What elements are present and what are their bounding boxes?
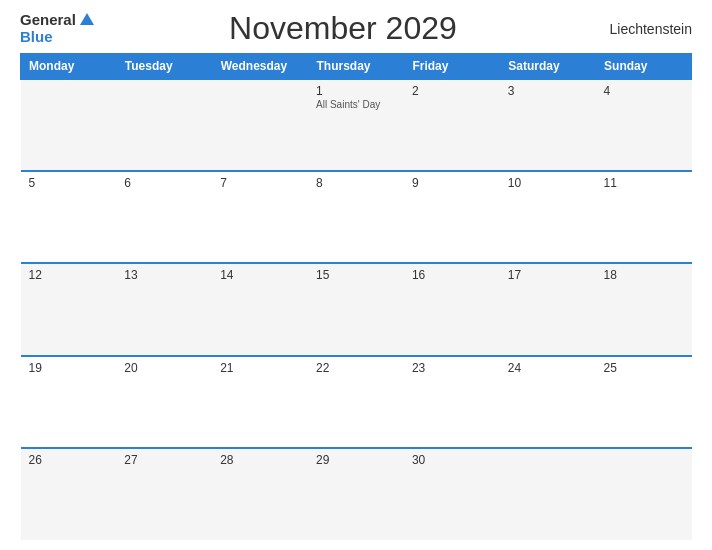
calendar-cell: 16 (404, 263, 500, 355)
day-number: 6 (124, 176, 204, 190)
logo-triangle-icon (80, 13, 94, 25)
calendar-week-row: 19202122232425 (21, 356, 692, 448)
day-number: 28 (220, 453, 300, 467)
calendar-cell: 4 (596, 79, 692, 171)
day-number: 9 (412, 176, 492, 190)
day-number: 18 (604, 268, 684, 282)
calendar-header: General Blue November 2029 Liechtenstein (20, 10, 692, 47)
weekday-header-row: MondayTuesdayWednesdayThursdayFridaySatu… (21, 54, 692, 80)
logo: General Blue (20, 12, 94, 45)
calendar-week-row: 2627282930 (21, 448, 692, 540)
weekday-header-tuesday: Tuesday (116, 54, 212, 80)
calendar-week-row: 1All Saints' Day234 (21, 79, 692, 171)
calendar-cell: 15 (308, 263, 404, 355)
day-number: 19 (29, 361, 109, 375)
calendar-cell: 30 (404, 448, 500, 540)
calendar-cell: 24 (500, 356, 596, 448)
weekday-header-wednesday: Wednesday (212, 54, 308, 80)
calendar-cell: 27 (116, 448, 212, 540)
calendar-cell: 25 (596, 356, 692, 448)
calendar-cell (500, 448, 596, 540)
calendar-cell: 26 (21, 448, 117, 540)
calendar-cell: 12 (21, 263, 117, 355)
calendar-cell: 5 (21, 171, 117, 263)
calendar-cell: 6 (116, 171, 212, 263)
logo-general-text: General (20, 12, 76, 29)
calendar-cell (596, 448, 692, 540)
calendar-cell: 20 (116, 356, 212, 448)
day-number: 20 (124, 361, 204, 375)
calendar-week-row: 567891011 (21, 171, 692, 263)
calendar-cell: 21 (212, 356, 308, 448)
holiday-label: All Saints' Day (316, 99, 396, 110)
country-label: Liechtenstein (592, 21, 692, 37)
weekday-header-friday: Friday (404, 54, 500, 80)
day-number: 14 (220, 268, 300, 282)
calendar-cell: 11 (596, 171, 692, 263)
weekday-header-saturday: Saturday (500, 54, 596, 80)
day-number: 17 (508, 268, 588, 282)
weekday-header-sunday: Sunday (596, 54, 692, 80)
day-number: 29 (316, 453, 396, 467)
calendar-cell: 19 (21, 356, 117, 448)
day-number: 27 (124, 453, 204, 467)
calendar-cell: 7 (212, 171, 308, 263)
calendar-cell: 9 (404, 171, 500, 263)
logo-blue-text: Blue (20, 29, 53, 46)
day-number: 10 (508, 176, 588, 190)
calendar-cell: 18 (596, 263, 692, 355)
day-number: 4 (604, 84, 684, 98)
calendar-cell (116, 79, 212, 171)
day-number: 21 (220, 361, 300, 375)
calendar-cell: 1All Saints' Day (308, 79, 404, 171)
day-number: 7 (220, 176, 300, 190)
day-number: 25 (604, 361, 684, 375)
calendar-cell: 17 (500, 263, 596, 355)
calendar-table: MondayTuesdayWednesdayThursdayFridaySatu… (20, 53, 692, 540)
day-number: 22 (316, 361, 396, 375)
calendar-cell: 8 (308, 171, 404, 263)
calendar-cell: 22 (308, 356, 404, 448)
weekday-header-monday: Monday (21, 54, 117, 80)
weekday-header-thursday: Thursday (308, 54, 404, 80)
calendar-title: November 2029 (229, 10, 457, 47)
calendar-cell (212, 79, 308, 171)
day-number: 1 (316, 84, 396, 98)
day-number: 13 (124, 268, 204, 282)
day-number: 26 (29, 453, 109, 467)
calendar-cell: 3 (500, 79, 596, 171)
day-number: 12 (29, 268, 109, 282)
calendar-cell (21, 79, 117, 171)
day-number: 3 (508, 84, 588, 98)
calendar-cell: 28 (212, 448, 308, 540)
day-number: 23 (412, 361, 492, 375)
day-number: 5 (29, 176, 109, 190)
day-number: 8 (316, 176, 396, 190)
day-number: 11 (604, 176, 684, 190)
calendar-cell: 29 (308, 448, 404, 540)
day-number: 15 (316, 268, 396, 282)
day-number: 2 (412, 84, 492, 98)
calendar-week-row: 12131415161718 (21, 263, 692, 355)
day-number: 24 (508, 361, 588, 375)
calendar-cell: 2 (404, 79, 500, 171)
day-number: 30 (412, 453, 492, 467)
calendar-cell: 10 (500, 171, 596, 263)
calendar-cell: 14 (212, 263, 308, 355)
calendar-cell: 23 (404, 356, 500, 448)
day-number: 16 (412, 268, 492, 282)
calendar-cell: 13 (116, 263, 212, 355)
